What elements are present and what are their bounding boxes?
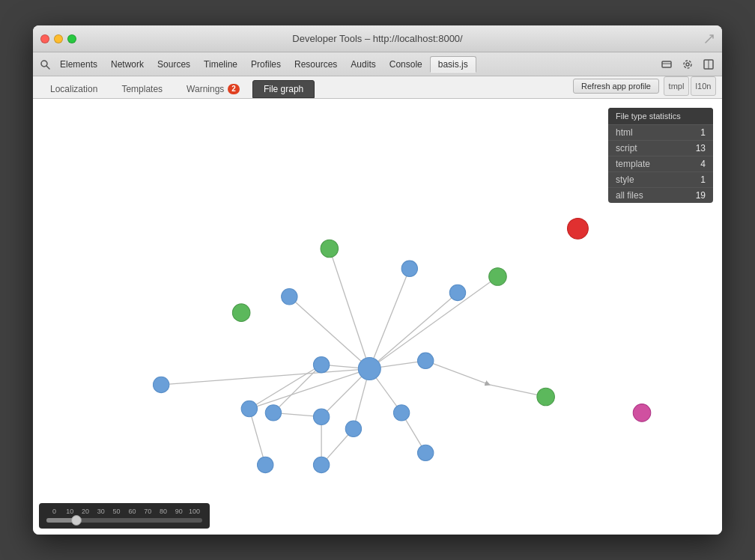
svg-point-39 xyxy=(153,377,169,392)
toolbar-network[interactable]: Network xyxy=(105,57,150,72)
subtoolbar: Localization Templates Warnings 2 File g… xyxy=(33,76,722,99)
stats-panel: File type statistics html 1 script 13 te… xyxy=(608,108,713,203)
close-button[interactable] xyxy=(40,34,49,43)
stats-row-script: script 13 xyxy=(608,141,713,156)
toolbar-console[interactable]: Console xyxy=(383,57,428,72)
svg-line-26 xyxy=(425,361,490,385)
layout-icon[interactable] xyxy=(700,55,718,73)
svg-line-28 xyxy=(249,409,265,465)
titlebar: Developer Tools – http://localhost:8000/ xyxy=(33,25,722,52)
settings-icon[interactable] xyxy=(679,55,697,73)
tab-templates[interactable]: Templates xyxy=(110,80,174,98)
slider-thumb[interactable] xyxy=(71,515,82,526)
svg-point-31 xyxy=(282,289,297,305)
main-toolbar: Elements Network Sources Timeline Profil… xyxy=(33,52,722,76)
svg-point-35 xyxy=(345,421,361,436)
search-icon[interactable] xyxy=(37,57,52,72)
maximize-button[interactable] xyxy=(67,34,76,43)
slider-track[interactable] xyxy=(46,518,202,523)
svg-point-36 xyxy=(393,405,409,421)
slider-scale: 0 10 20 30 50 60 70 80 90 100 xyxy=(46,508,202,515)
svg-point-38 xyxy=(241,401,257,416)
svg-point-47 xyxy=(258,457,273,472)
refresh-app-profile-button[interactable]: Refresh app profile xyxy=(573,79,659,94)
toolbar-audits[interactable]: Audits xyxy=(345,57,381,72)
main-window: Developer Tools – http://localhost:8000/… xyxy=(33,25,722,535)
file-tab-basis[interactable]: basis.js xyxy=(430,56,476,73)
svg-point-5 xyxy=(684,61,691,68)
tab-warnings[interactable]: Warnings 2 xyxy=(175,80,251,98)
svg-point-30 xyxy=(313,356,329,372)
svg-line-1 xyxy=(46,66,49,69)
svg-point-49 xyxy=(417,445,433,460)
svg-point-40 xyxy=(321,240,339,258)
svg-line-18 xyxy=(249,369,369,409)
svg-point-29 xyxy=(358,358,380,380)
stats-row-all-files: all files 19 xyxy=(608,188,713,203)
slider-fill xyxy=(46,518,74,523)
svg-line-11 xyxy=(369,293,458,369)
warnings-badge: 2 xyxy=(228,84,240,94)
traffic-lights xyxy=(40,34,76,43)
dock-icon[interactable] xyxy=(658,55,676,73)
resize-icon[interactable] xyxy=(704,34,715,44)
svg-point-41 xyxy=(232,304,250,322)
tab-localization[interactable]: Localization xyxy=(39,80,109,98)
stats-row-html: html 1 xyxy=(608,125,713,141)
subtab-right: Refresh app profile tmpl l10n xyxy=(573,76,716,96)
svg-point-48 xyxy=(313,457,329,472)
tab-file-graph[interactable]: File graph xyxy=(252,80,315,98)
svg-point-33 xyxy=(449,284,465,300)
toolbar-elements[interactable]: Elements xyxy=(54,57,103,72)
svg-line-10 xyxy=(369,269,409,369)
svg-point-32 xyxy=(417,353,433,368)
toolbar-resources[interactable]: Resources xyxy=(288,57,343,72)
svg-point-42 xyxy=(489,268,507,286)
stats-title: File type statistics xyxy=(608,108,713,125)
minimize-button[interactable] xyxy=(54,34,63,43)
tmpl-tab-button[interactable]: tmpl xyxy=(664,76,689,96)
svg-rect-2 xyxy=(662,61,671,67)
l10n-tab-button[interactable]: l10n xyxy=(691,76,716,96)
svg-line-20 xyxy=(249,365,321,409)
svg-point-45 xyxy=(633,404,651,422)
svg-point-34 xyxy=(313,409,329,424)
svg-point-43 xyxy=(537,388,555,406)
stats-row-style: style 1 xyxy=(608,172,713,188)
toolbar-right xyxy=(658,55,718,73)
svg-line-12 xyxy=(369,277,497,369)
svg-point-44 xyxy=(568,218,589,239)
toolbar-profiles[interactable]: Profiles xyxy=(245,57,287,72)
svg-point-4 xyxy=(686,63,689,66)
stats-row-template: template 4 xyxy=(608,156,713,172)
svg-point-37 xyxy=(265,405,281,421)
svg-line-21 xyxy=(273,365,321,413)
main-content: File type statistics html 1 script 13 te… xyxy=(33,99,722,535)
svg-point-46 xyxy=(401,261,417,276)
svg-line-19 xyxy=(161,369,369,385)
slider-bar: 0 10 20 30 50 60 70 80 90 100 xyxy=(39,503,210,529)
toolbar-timeline[interactable]: Timeline xyxy=(198,57,243,72)
icon-tab-buttons: tmpl l10n xyxy=(664,76,716,96)
toolbar-sources[interactable]: Sources xyxy=(151,57,196,72)
window-title: Developer Tools – http://localhost:8000/ xyxy=(292,33,462,44)
